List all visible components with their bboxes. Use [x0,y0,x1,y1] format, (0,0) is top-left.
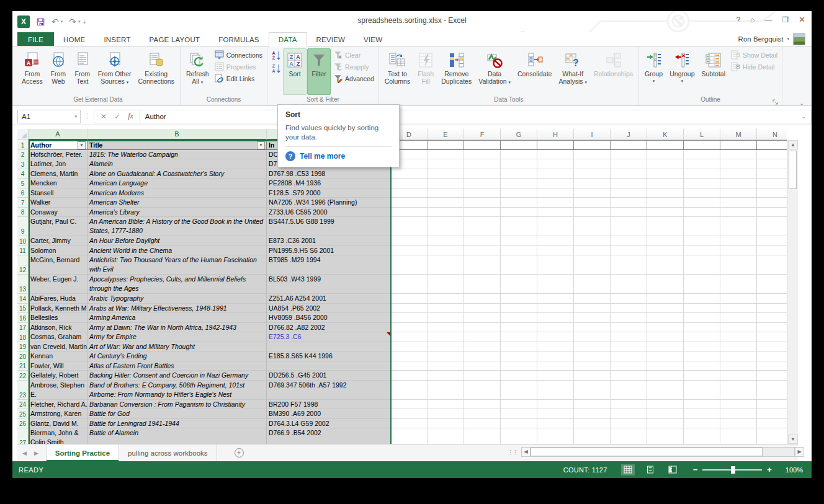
cell-C24[interactable]: BR200 F57 1998 [267,400,391,410]
new-sheet-button[interactable]: + [235,444,244,461]
column-header-f[interactable]: F [464,129,501,140]
cell-A24[interactable]: Fletcher, Richard A. [29,400,87,410]
cell-B9[interactable]: An American Bible: A History of the Good… [87,217,267,236]
row-header-8[interactable]: 8 [17,208,29,218]
cell-I19[interactable] [574,342,611,352]
cell-D8[interactable] [391,208,428,218]
cell-E8[interactable] [428,208,464,218]
relationships-button[interactable]: Relationships [591,48,636,95]
row-header-12[interactable]: 12 [17,255,29,275]
cell-F5[interactable] [464,179,501,188]
cell-J18[interactable] [611,332,647,342]
sheet-tab-sorting-practice[interactable]: Sorting Practice [46,444,119,461]
scroll-down-icon[interactable]: ▼ [788,435,798,444]
cell-H12[interactable] [537,255,574,275]
cell-M21[interactable] [720,361,757,371]
row-header-7[interactable]: 7 [17,198,29,208]
cell-E16[interactable] [428,313,464,323]
cell-G27[interactable] [501,428,537,444]
cell-K4[interactable] [647,169,684,179]
cell-F8[interactable] [464,208,501,218]
row-header-23[interactable]: 23 [17,381,29,400]
name-box-dropdown-icon[interactable]: ▾ [74,114,77,119]
cell-A13[interactable]: Weber, Eugen J. [29,275,87,294]
cell-L14[interactable] [684,294,720,304]
cell-G9[interactable] [501,217,537,236]
cell-B26[interactable]: Battle for Leningrad 1941-1944 [87,419,267,429]
cell-M16[interactable] [720,313,757,323]
cell-E26[interactable] [428,419,464,429]
cell-C10[interactable]: E873 .C36 2001 [267,236,391,246]
cell-B22[interactable]: Backing Hitler: Consent and Coercion in … [87,371,267,381]
cell-D19[interactable] [391,342,428,352]
cell-N5[interactable] [757,179,787,188]
cell-L8[interactable] [684,208,720,218]
row-header-27[interactable]: 27 [17,428,29,444]
cell-I14[interactable] [574,294,611,304]
cell-K3[interactable] [647,159,684,169]
cell-G21[interactable] [501,361,537,371]
filter-button[interactable]: Filter [307,48,331,95]
sheet-nav-right-icon[interactable]: ▶ [34,450,38,456]
cell-E6[interactable] [428,188,464,198]
cell-L22[interactable] [684,371,720,381]
scroll-up-icon[interactable]: ▲ [788,140,798,149]
consolidate-button[interactable]: Consolidate [514,48,555,95]
tab-insert[interactable]: INSERT [94,32,140,46]
cell-K20[interactable] [647,351,684,361]
cell-M27[interactable] [720,428,757,444]
cell-C4[interactable]: D767.98 .C53 1998 [267,169,391,179]
cell-H20[interactable] [537,351,574,361]
cell-L12[interactable] [684,255,720,275]
count-indicator[interactable]: COUNT: 1127 [563,466,607,474]
cell-H22[interactable] [537,371,574,381]
cell-H9[interactable] [537,217,574,236]
cell-E1[interactable] [428,140,464,150]
name-box[interactable]: A1 ▾ [17,110,81,123]
cell-A21[interactable]: Fowler, Will [29,361,87,371]
cell-F19[interactable] [464,342,501,352]
cell-K22[interactable] [647,371,684,381]
cell-H16[interactable] [537,313,574,323]
cell-A16[interactable]: Bellesiles [29,313,87,323]
cell-I11[interactable] [574,246,611,256]
cell-M17[interactable] [720,323,757,333]
cell-L11[interactable] [684,246,720,256]
cell-A7[interactable]: Walker [29,198,87,208]
cell-K27[interactable] [647,428,684,444]
cell-K18[interactable] [647,332,684,342]
cell-F16[interactable] [464,313,501,323]
cell-N27[interactable] [757,428,787,444]
cell-J8[interactable] [611,208,647,218]
column-header-e[interactable]: E [428,129,464,140]
horizontal-scrollbar[interactable]: ⋮⋮ ◀ ▶ [508,446,804,457]
cell-H15[interactable] [537,304,574,314]
scroll-left-icon[interactable]: ◀ [521,447,531,457]
cell-F27[interactable] [464,428,501,444]
edit-links-button[interactable]: Edit Links [213,73,264,84]
cell-F15[interactable] [464,304,501,314]
cell-A1[interactable]: Author▼ [29,140,87,150]
cell-K9[interactable] [647,217,684,236]
flash-fill-button[interactable]: FlashFill [414,48,437,95]
cell-J12[interactable] [611,255,647,275]
cell-G25[interactable] [501,409,537,419]
zoom-in-icon[interactable]: + [767,465,772,474]
cell-C16[interactable]: HV8059 .B456 2000 [267,313,391,323]
cell-D27[interactable] [391,428,428,444]
filter-dropdown-icon[interactable]: ▼ [257,141,265,149]
filter-dropdown-icon[interactable]: ▼ [78,141,86,149]
cell-C27[interactable]: D766.9 .B54 2002 [267,428,391,444]
cell-J4[interactable] [611,169,647,179]
row-header-5[interactable]: 5 [17,179,29,188]
cell-E27[interactable] [428,428,464,444]
cell-F2[interactable] [464,150,501,160]
cell-E17[interactable] [428,323,464,333]
cell-A10[interactable]: Carter, Jimmy [29,236,87,246]
cell-K19[interactable] [647,342,684,352]
cell-M3[interactable] [720,159,757,169]
cell-A17[interactable]: Atkinson, Rick [29,323,87,333]
row-header-14[interactable]: 14 [17,294,29,304]
cell-L19[interactable] [684,342,720,352]
cell-J5[interactable] [611,179,647,188]
